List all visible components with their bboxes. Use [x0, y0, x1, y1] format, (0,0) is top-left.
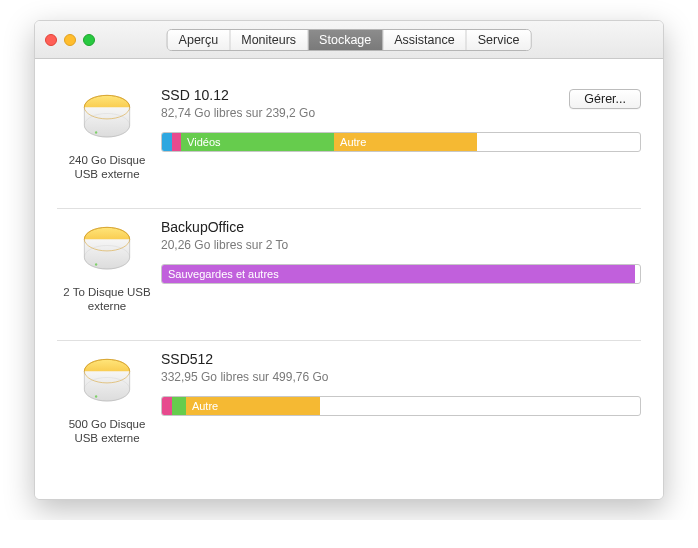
zoom-icon[interactable] [83, 34, 95, 46]
drive-icon-column: 500 Go Disque USB externe [57, 351, 157, 446]
drive-icon-column: 2 To Disque USB externe [57, 219, 157, 314]
drive-caption: 240 Go Disque USB externe [60, 153, 155, 182]
external-drive-icon [78, 221, 136, 279]
external-drive-icon [78, 353, 136, 411]
storage-panel: 240 Go Disque USB externeSSD 10.1282,74 … [35, 59, 663, 499]
drive-row: 240 Go Disque USB externeSSD 10.1282,74 … [57, 77, 641, 208]
drive-icon [78, 89, 136, 147]
tab-moniteurs[interactable]: Moniteurs [230, 30, 308, 50]
window-controls [45, 34, 95, 46]
drive-row: 2 To Disque USB externeBackupOffice20,26… [57, 208, 641, 340]
tab-bar: Aperçu Moniteurs Stockage Assistance Ser… [167, 29, 532, 51]
drive-row: 500 Go Disque USB externeSSD512332,95 Go… [57, 340, 641, 472]
titlebar: Aperçu Moniteurs Stockage Assistance Ser… [35, 21, 663, 59]
minimize-icon[interactable] [64, 34, 76, 46]
drive-icon-column: 240 Go Disque USB externe [57, 87, 157, 182]
drive-caption: 2 To Disque USB externe [60, 285, 155, 314]
drive-name: BackupOffice [161, 219, 288, 235]
about-this-mac-window: Aperçu Moniteurs Stockage Assistance Ser… [34, 20, 664, 500]
drive-info: SSD 10.1282,74 Go libres sur 239,2 GoGér… [157, 87, 641, 152]
drive-caption: 500 Go Disque USB externe [60, 417, 155, 446]
drive-icon [78, 353, 136, 411]
drive-name: SSD 10.12 [161, 87, 315, 103]
manage-button[interactable]: Gérer... [569, 89, 641, 109]
tab-service[interactable]: Service [467, 30, 531, 50]
storage-segment: Autre [334, 133, 477, 151]
storage-segment [172, 397, 186, 415]
storage-segment: Vidéos [181, 133, 334, 151]
tab-apercu[interactable]: Aperçu [168, 30, 231, 50]
storage-bar: VidéosAutre [161, 132, 641, 152]
drive-free-space: 20,26 Go libres sur 2 To [161, 238, 288, 252]
drive-name: SSD512 [161, 351, 328, 367]
storage-bar: Sauvegardes et autres [161, 264, 641, 284]
drive-header: BackupOffice20,26 Go libres sur 2 To [161, 219, 641, 252]
drive-free-space: 332,95 Go libres sur 499,76 Go [161, 370, 328, 384]
external-drive-icon [78, 89, 136, 147]
drive-header: SSD 10.1282,74 Go libres sur 239,2 GoGér… [161, 87, 641, 120]
drive-icon [78, 221, 136, 279]
storage-segment [162, 397, 172, 415]
svg-point-3 [95, 131, 97, 133]
tab-assistance[interactable]: Assistance [383, 30, 466, 50]
drive-header: SSD512332,95 Go libres sur 499,76 Go [161, 351, 641, 384]
storage-segment [162, 133, 172, 151]
svg-point-7 [95, 263, 97, 265]
drive-free-space: 82,74 Go libres sur 239,2 Go [161, 106, 315, 120]
close-icon[interactable] [45, 34, 57, 46]
drive-info: SSD512332,95 Go libres sur 499,76 GoAutr… [157, 351, 641, 416]
tab-stockage[interactable]: Stockage [308, 30, 383, 50]
svg-point-11 [95, 395, 97, 397]
drive-info: BackupOffice20,26 Go libres sur 2 ToSauv… [157, 219, 641, 284]
storage-bar: Autre [161, 396, 641, 416]
storage-segment: Autre [186, 397, 320, 415]
storage-segment [172, 133, 182, 151]
storage-segment: Sauvegardes et autres [162, 265, 635, 283]
